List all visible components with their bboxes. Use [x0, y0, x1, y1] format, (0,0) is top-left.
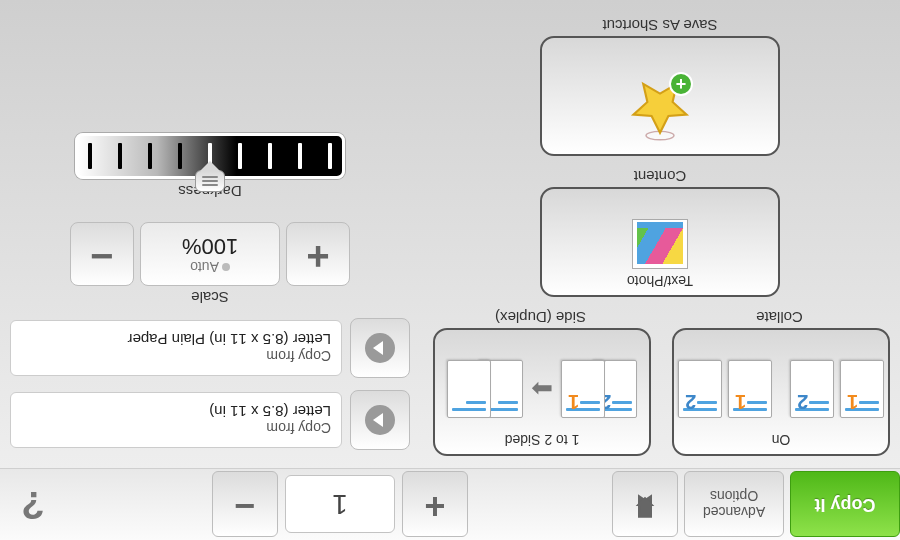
scale-section: Scale + Auto 100% − — [10, 222, 410, 306]
collate-value: On — [772, 432, 791, 448]
copy-it-button[interactable]: Copy It — [790, 472, 900, 538]
copy-it-label: Copy It — [815, 494, 876, 515]
save-shortcut-tile[interactable]: + — [540, 36, 780, 156]
help-button[interactable]: ? — [3, 472, 63, 538]
save-shortcut-top-button[interactable] — [612, 472, 678, 538]
top-toolbar: Copy It Advanced Options + 1 − ? — [0, 468, 900, 540]
copy-count-field[interactable]: 1 — [285, 476, 395, 534]
scale-plus-button[interactable]: + — [286, 222, 350, 286]
shortcut-caption: Save As Shortcut — [430, 17, 890, 34]
copy-to-label: Copy from — [21, 421, 331, 437]
copy-from-row: Copy from Letter (8.5 x 11 in) Plain Pap… — [10, 318, 410, 378]
scale-label: Scale — [10, 289, 410, 306]
copy-count-value: 1 — [332, 489, 348, 521]
arrow-right-icon — [365, 405, 395, 435]
copy-from-field[interactable]: Copy from Letter (8.5 x 11 in) Plain Pap… — [10, 320, 342, 376]
advanced-line2: Options — [710, 489, 758, 505]
copy-to-row: Copy from Letter (8.5 x 11 in) — [10, 390, 410, 450]
help-icon: ? — [21, 483, 44, 526]
settings-column: Copy from Letter (8.5 x 11 in) Copy from… — [10, 10, 410, 456]
advanced-options-button[interactable]: Advanced Options — [684, 472, 784, 538]
collate-caption: Collate — [669, 309, 890, 326]
darkness-slider[interactable] — [75, 133, 345, 179]
copy-from-expand-button[interactable] — [350, 318, 410, 378]
scale-auto: Auto — [190, 259, 219, 275]
advanced-line1: Advanced — [703, 505, 765, 521]
bookmark-icon — [631, 489, 659, 520]
count-minus-button[interactable]: − — [212, 472, 278, 538]
scale-display[interactable]: Auto 100% — [140, 222, 280, 286]
copy-to-field[interactable]: Copy from Letter (8.5 x 11 in) — [10, 392, 342, 448]
copy-from-label: Copy from — [21, 349, 331, 365]
copy-to-value: Letter (8.5 x 11 in) — [21, 404, 331, 421]
content-tile[interactable]: Text/Photo — [540, 187, 780, 297]
duplex-caption: Side (Duplex) — [430, 309, 651, 326]
copy-to-expand-button[interactable] — [350, 390, 410, 450]
arrow-right-icon — [365, 333, 395, 363]
scale-minus-button[interactable]: − — [70, 222, 134, 286]
collate-graphic: 1 2 1 2 — [678, 352, 884, 426]
duplex-tile[interactable]: 1 to 2 Sided 2 1 ➡ — [433, 328, 651, 456]
star-icon: + — [625, 74, 695, 144]
duplex-value: 1 to 2 Sided — [505, 432, 580, 448]
arrow-right-icon: ➡ — [531, 374, 553, 405]
darkness-thumb[interactable] — [195, 170, 225, 192]
darkness-section: Darkness — [10, 133, 410, 200]
content-graphic — [632, 219, 688, 269]
auto-dot-icon — [222, 263, 230, 271]
scale-value: 100% — [182, 233, 238, 259]
duplex-graphic: 2 1 ➡ — [447, 352, 637, 426]
content-area: On 1 2 1 2 Collate 1 to 2 Sided 2 — [0, 0, 900, 468]
copy-from-value: Letter (8.5 x 11 in) Plain Paper — [21, 332, 331, 349]
content-value: Text/Photo — [627, 273, 693, 289]
count-plus-button[interactable]: + — [402, 472, 468, 538]
collate-tile[interactable]: On 1 2 1 2 — [672, 328, 890, 456]
plus-badge-icon: + — [669, 72, 693, 96]
options-column: On 1 2 1 2 Collate 1 to 2 Sided 2 — [430, 10, 890, 456]
content-caption: Content — [430, 168, 890, 185]
